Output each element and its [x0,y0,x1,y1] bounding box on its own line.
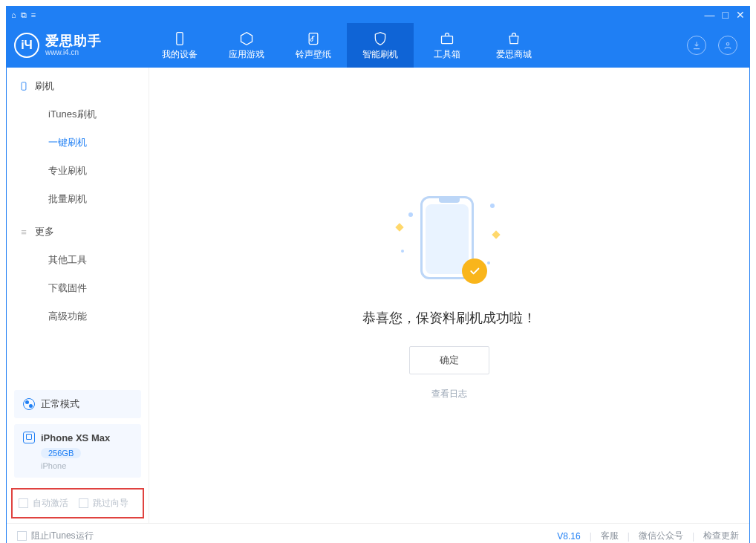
view-log-link[interactable]: 查看日志 [431,388,467,400]
auto-activate-checkbox[interactable]: 自动激活 [19,497,68,510]
skip-guide-checkbox[interactable]: 跳过向导 [79,497,128,510]
footer-link-update[interactable]: 检查更新 [703,530,739,542]
titlebar-left-icons: ⌂ ⧉ ≡ [11,10,36,20]
checkbox-label: 自动激活 [33,497,68,510]
tab-label: 我的设备 [162,48,198,61]
svg-rect-1 [309,33,318,44]
checkbox-icon [17,531,27,541]
download-button[interactable] [687,36,706,55]
brand-sub: www.i4.cn [45,48,102,56]
sidebar-item-firmware[interactable]: 下载固件 [7,274,149,302]
tab-shop[interactable]: 爱思商城 [480,23,547,68]
block-itunes-checkbox[interactable]: 阻止iTunes运行 [17,530,94,542]
minimize-button[interactable]: — [705,9,715,21]
tab-label: 铃声壁纸 [296,48,331,61]
group-flash: 刷机 [7,68,149,100]
shield-icon [372,30,388,47]
toolbox-icon [439,30,455,47]
list-icon: ≡ [19,227,29,237]
group-label: 刷机 [35,79,54,93]
tab-my-device[interactable]: 我的设备 [146,23,213,68]
footer: 阻止iTunes运行 V8.16 | 客服 | 微信公众号 | 检查更新 [7,523,749,543]
version-label: V8.16 [557,531,580,542]
svg-rect-4 [22,82,26,91]
brand-title: 爱思助手 [45,34,102,49]
main-tabs: 我的设备 应用游戏 铃声壁纸 智能刷机 工具箱 爱思商城 [146,23,547,68]
cube-icon [238,30,255,47]
checkbox-label: 阻止iTunes运行 [31,530,94,542]
brand-logo-icon: iЧ [14,33,39,58]
phone-icon [172,30,188,47]
header: iЧ 爱思助手 www.i4.cn 我的设备 应用游戏 铃声壁纸 智能刷机 [7,23,749,68]
tshirt-icon[interactable]: ⌂ [11,10,16,20]
shop-icon [506,30,522,47]
ok-button[interactable]: 确定 [409,346,489,374]
mode-icon [23,398,35,410]
group-label: 更多 [35,225,54,238]
svg-rect-0 [177,32,183,45]
sidebar-item-other[interactable]: 其他工具 [7,246,149,274]
tab-ringtones[interactable]: 铃声壁纸 [280,23,347,68]
phone-small-icon [23,432,35,443]
body: 刷机 iTunes刷机 一键刷机 专业刷机 批量刷机 ≡ 更多 其他工具 下载固… [7,68,749,523]
checkbox-label: 跳过向导 [93,497,128,510]
menu-icon[interactable]: ≡ [31,10,36,20]
tab-label: 应用游戏 [229,48,264,61]
footer-link-wechat[interactable]: 微信公众号 [639,530,683,542]
success-message: 恭喜您，保资料刷机成功啦！ [362,309,536,327]
options-row: 自动激活 跳过向导 [11,488,144,518]
tab-label: 智能刷机 [362,48,398,61]
brand: iЧ 爱思助手 www.i4.cn [14,33,133,58]
user-button[interactable] [718,36,737,55]
device-name: iPhone XS Max [41,432,110,443]
checkbox-icon [79,498,88,508]
tab-flash[interactable]: 智能刷机 [347,23,414,68]
device-icon [19,81,29,91]
sidebar-item-pro[interactable]: 专业刷机 [7,157,149,185]
tab-label: 工具箱 [434,48,460,61]
sidebar-item-advanced[interactable]: 高级功能 [7,302,149,331]
titlebar: ⌂ ⧉ ≡ — □ ✕ [7,7,749,23]
device-box[interactable]: iPhone XS Max 256GB iPhone [14,424,141,478]
header-right [687,36,742,55]
storage-pill: 256GB [41,448,81,458]
lock-icon[interactable]: ⧉ [21,10,27,20]
success-illustration [386,190,512,294]
main-content: 恭喜您，保资料刷机成功啦！ 确定 查看日志 [149,68,749,523]
maximize-button[interactable]: □ [723,9,729,21]
sidebar: 刷机 iTunes刷机 一键刷机 专业刷机 批量刷机 ≡ 更多 其他工具 下载固… [7,68,149,523]
window-controls: — □ ✕ [705,9,745,21]
tab-apps[interactable]: 应用游戏 [213,23,280,68]
footer-link-support[interactable]: 客服 [601,530,619,542]
app-window: ⌂ ⧉ ≡ — □ ✕ iЧ 爱思助手 www.i4.cn 我的设备 应用游戏 [6,6,750,543]
music-icon [305,30,322,47]
device-sub: iPhone [41,461,132,470]
sidebar-item-itunes[interactable]: iTunes刷机 [7,100,149,129]
sidebar-item-onekey[interactable]: 一键刷机 [7,129,149,157]
mode-box[interactable]: 正常模式 [14,390,141,418]
check-badge-icon [462,259,487,284]
checkbox-icon [19,498,28,508]
tab-label: 爱思商城 [496,48,532,61]
mode-label: 正常模式 [41,397,79,411]
svg-point-3 [726,43,729,46]
close-button[interactable]: ✕ [736,9,745,21]
group-more: ≡ 更多 [7,213,149,246]
tab-toolbox[interactable]: 工具箱 [414,23,480,68]
svg-rect-2 [442,36,453,43]
sidebar-item-batch[interactable]: 批量刷机 [7,185,149,213]
